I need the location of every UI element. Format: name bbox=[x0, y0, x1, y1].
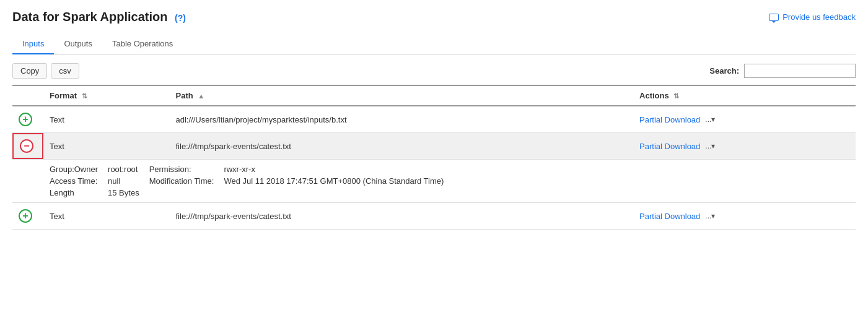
col-path: Path ▲ bbox=[170, 85, 634, 106]
header-row: Format ⇅ Path ▲ Actions ⇅ bbox=[12, 85, 856, 106]
row3-dropdown[interactable]: ...▾ bbox=[705, 212, 715, 220]
row1-add-icon[interactable]: + bbox=[19, 113, 32, 126]
access-time-value: null bbox=[108, 176, 139, 186]
feedback-link[interactable]: Provide us feedback bbox=[769, 12, 856, 22]
row2-icon-cell: − bbox=[12, 133, 43, 160]
copy-button[interactable]: Copy bbox=[12, 63, 47, 79]
expanded-detail-row: Group:Owner root:root Permission: rwxr-x… bbox=[12, 160, 856, 203]
path-sort-icon[interactable]: ▲ bbox=[198, 92, 204, 100]
row3-add-icon[interactable]: + bbox=[19, 209, 32, 223]
row2-path: file:///tmp/spark-events/catest.txt bbox=[176, 142, 291, 151]
row1-actions: Partial Download ...▾ bbox=[639, 115, 849, 124]
format-sort-icon[interactable]: ⇅ bbox=[82, 92, 87, 100]
search-label: Search: bbox=[709, 66, 739, 75]
search-area: Search: bbox=[709, 64, 856, 78]
modification-time-label: Modification Time: bbox=[149, 176, 214, 186]
row2-dropdown[interactable]: ...▾ bbox=[705, 142, 715, 150]
title-text: Data for Spark Application bbox=[12, 10, 167, 24]
tab-table-operations[interactable]: Table Operations bbox=[102, 34, 183, 54]
col-actions: Actions ⇅ bbox=[633, 85, 856, 106]
data-table: Format ⇅ Path ▲ Actions ⇅ + bbox=[12, 85, 856, 230]
help-icon[interactable]: (?) bbox=[175, 13, 186, 23]
table-body: + Text adl:///Users/ltian/project/myspar… bbox=[12, 106, 856, 230]
row3-actions-cell: Partial Download ...▾ bbox=[633, 203, 856, 230]
actions-sort-icon[interactable]: ⇅ bbox=[673, 92, 679, 100]
col-format: Format ⇅ bbox=[43, 85, 170, 106]
row2-format-cell: Text bbox=[43, 133, 170, 160]
row3-path: file:///tmp/spark-events/catest.txt bbox=[176, 212, 291, 221]
row1-dropdown[interactable]: ...▾ bbox=[705, 115, 715, 124]
row2-actions-cell: Partial Download ...▾ bbox=[633, 133, 856, 160]
row2-path-cell: file:///tmp/spark-events/catest.txt bbox=[170, 133, 634, 160]
feedback-icon bbox=[769, 14, 779, 21]
page-title-area: Data for Spark Application (?) bbox=[12, 10, 186, 24]
table-row: − Text file:///tmp/spark-events/catest.t… bbox=[12, 133, 856, 160]
toolbar: Copy csv Search: bbox=[12, 63, 856, 79]
row1-path-cell: adl:///Users/ltian/project/mysparktest/i… bbox=[170, 106, 634, 133]
group-value: root:root bbox=[108, 165, 139, 174]
table-row: + Text file:///tmp/spark-events/catest.t… bbox=[12, 203, 856, 230]
csv-button[interactable]: csv bbox=[51, 63, 79, 79]
row3-partial-download[interactable]: Partial Download bbox=[639, 212, 700, 221]
row3-path-cell: file:///tmp/spark-events/catest.txt bbox=[170, 203, 634, 230]
table-row: + Text adl:///Users/ltian/project/myspar… bbox=[12, 106, 856, 133]
row3-icon-cell: + bbox=[12, 203, 43, 230]
length-value: 15 Bytes bbox=[108, 188, 139, 197]
feedback-label: Provide us feedback bbox=[783, 12, 856, 22]
tabs-bar: Inputs Outputs Table Operations bbox=[12, 34, 856, 54]
row3-format-cell: Text bbox=[43, 203, 170, 230]
row1-format: Text bbox=[50, 115, 64, 124]
page-wrapper: Data for Spark Application (?) Provide u… bbox=[0, 0, 868, 239]
tab-inputs[interactable]: Inputs bbox=[12, 34, 54, 54]
row1-actions-cell: Partial Download ...▾ bbox=[633, 106, 856, 133]
col-icon bbox=[12, 85, 43, 106]
search-input[interactable] bbox=[744, 64, 856, 78]
toolbar-left: Copy csv bbox=[12, 63, 79, 79]
group-label: Group:Owner bbox=[50, 165, 98, 174]
row3-actions: Partial Download ...▾ bbox=[639, 212, 849, 221]
length-label: Length bbox=[50, 188, 98, 197]
row2-partial-download[interactable]: Partial Download bbox=[639, 142, 700, 151]
access-time-label: Access Time: bbox=[50, 176, 98, 186]
permission-label: Permission: bbox=[149, 165, 214, 174]
row1-icon-cell: + bbox=[12, 106, 43, 133]
tab-outputs[interactable]: Outputs bbox=[54, 34, 102, 54]
page-header: Data for Spark Application (?) Provide u… bbox=[12, 10, 856, 24]
row3-format: Text bbox=[50, 212, 64, 221]
row2-remove-icon[interactable]: − bbox=[20, 139, 33, 153]
row1-partial-download[interactable]: Partial Download bbox=[639, 115, 700, 124]
page-title: Data for Spark Application (?) bbox=[12, 10, 186, 24]
row1-path: adl:///Users/ltian/project/mysparktest/i… bbox=[176, 115, 347, 124]
row1-format-cell: Text bbox=[43, 106, 170, 133]
table-head: Format ⇅ Path ▲ Actions ⇅ bbox=[12, 85, 856, 106]
row2-format: Text bbox=[50, 142, 64, 151]
modification-time-value: Wed Jul 11 2018 17:47:51 GMT+0800 (China… bbox=[224, 176, 849, 186]
permission-value: rwxr-xr-x bbox=[224, 165, 849, 174]
expanded-detail-cell: Group:Owner root:root Permission: rwxr-x… bbox=[12, 160, 856, 203]
row2-actions: Partial Download ...▾ bbox=[639, 142, 849, 151]
